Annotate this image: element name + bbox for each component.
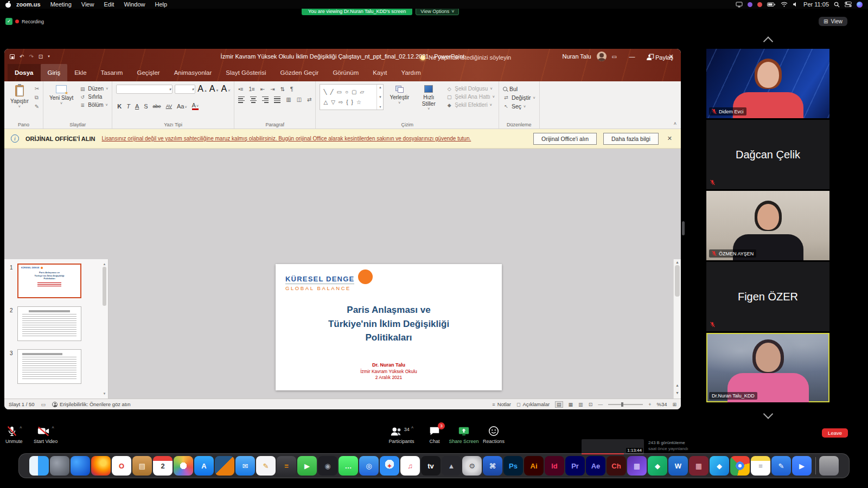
minimize-button[interactable]: — xyxy=(622,49,642,64)
slide-thumbnail-3[interactable]: 3 xyxy=(10,349,108,384)
accessibility-checker[interactable]: Erişilebilirlik: Önerilere göz atın xyxy=(52,401,130,407)
dock-icon-zoom[interactable]: ▶ xyxy=(792,456,812,476)
menubar-item-1[interactable]: Meeting xyxy=(46,1,76,8)
reset-button[interactable]: ↺Sıfırla xyxy=(79,94,108,100)
control-center-icon[interactable] xyxy=(845,2,852,7)
dock-icon-opera[interactable]: O xyxy=(112,456,131,476)
slide-thumbnail-1[interactable]: 1 KÜRESEL DENGE Paris Anlaşması veTürkiy… xyxy=(10,264,108,298)
slide[interactable]: KÜRESEL DENGE GLOBAL BALANCE Paris Anlaş… xyxy=(276,264,502,390)
record-status-icon[interactable] xyxy=(757,2,762,7)
slide-thumbnail-2[interactable]: 2 xyxy=(10,306,108,341)
menubar-item-3[interactable]: Edit xyxy=(99,1,119,8)
record-icon[interactable]: ⊡ xyxy=(39,54,43,60)
dock-icon-bridge[interactable]: ▦ xyxy=(627,456,647,476)
font-family-select[interactable]: ▾ xyxy=(116,85,173,94)
text-direction-icon[interactable]: ¶ xyxy=(290,86,293,92)
dock-icon-premiere[interactable]: Pr xyxy=(565,456,585,476)
bullet-list-icon[interactable]: •≡ xyxy=(238,86,243,92)
previous-slide-icon[interactable]: ▲ xyxy=(675,383,679,387)
siri-icon[interactable] xyxy=(857,2,863,8)
dock-icon-trash[interactable] xyxy=(819,456,839,476)
slide-sorter-view-icon[interactable]: ▦ xyxy=(569,402,573,407)
close-button[interactable]: ✕ xyxy=(661,49,681,64)
dock-icon-messages[interactable]: … xyxy=(339,456,358,476)
participant-tile-dagcan[interactable]: Dağcan Çelik Dağcan Çelik xyxy=(706,120,829,189)
quick-styles-button[interactable]: Hızlı Stiller˅ xyxy=(415,84,442,112)
shape-fill-button[interactable]: ◇Şekil Dolgusu˅ xyxy=(446,86,495,92)
dock-icon-aftereffects[interactable]: Ae xyxy=(586,456,605,476)
bold-button[interactable]: K xyxy=(117,103,122,110)
ribbon-tab-animasyonlar[interactable]: Animasyonlar xyxy=(167,64,219,81)
dock-icon-photoshop[interactable]: Ps xyxy=(503,456,523,476)
security-shield-icon[interactable]: ✓ xyxy=(5,18,12,25)
align-center-icon[interactable] xyxy=(250,97,257,103)
unmute-button[interactable]: ˄ Unmute xyxy=(5,425,23,444)
underline-button[interactable]: A xyxy=(135,103,139,110)
dock-icon-siri[interactable] xyxy=(71,456,90,476)
panel-resize-handle[interactable] xyxy=(682,221,685,235)
normal-view-icon[interactable]: ▤ xyxy=(555,401,563,408)
dock-icon-books[interactable]: ▤ xyxy=(132,456,152,476)
dock-icon-notes[interactable]: ≡ xyxy=(751,456,770,476)
ribbon-tab-gecisler[interactable]: Geçişler xyxy=(130,64,167,81)
columns-icon[interactable]: ▥ xyxy=(286,97,291,102)
align-left-icon[interactable] xyxy=(238,97,245,103)
start-video-button[interactable]: ˄ Start Video xyxy=(34,425,58,444)
dock-icon-facetime[interactable]: ▶ xyxy=(297,456,317,476)
justify-icon[interactable] xyxy=(274,97,280,103)
more-info-button[interactable]: Daha fazla bilgi xyxy=(603,133,659,145)
line-spacing-icon[interactable]: ⇅ xyxy=(280,86,285,92)
wifi-icon[interactable] xyxy=(781,2,788,7)
dock-icon-blender[interactable] xyxy=(215,456,234,476)
dock-icon-appstore[interactable]: A xyxy=(194,456,214,476)
zoom-in-icon[interactable]: + xyxy=(648,402,651,407)
arrange-button[interactable]: Yerleştir˅ xyxy=(387,84,411,106)
account-name[interactable]: Nuran Talu xyxy=(563,53,591,60)
canvas-scrollbar[interactable]: ▲ ▲▼ xyxy=(673,259,681,399)
font-color-button[interactable]: A˅ xyxy=(192,102,199,110)
menubar-clock[interactable]: Per 11:05 xyxy=(803,1,829,8)
replace-button[interactable]: ⇄Değiştir˅ xyxy=(503,94,535,101)
dock-icon-teams[interactable]: ▦ xyxy=(689,456,709,476)
dock-icon-preview[interactable]: ✎ xyxy=(771,456,791,476)
select-button[interactable]: ↖Seç˅ xyxy=(503,103,535,110)
zoom-slider-thumb[interactable] xyxy=(621,402,623,407)
participants-button[interactable]: 34˄ Participants xyxy=(382,425,420,444)
app-status-icon[interactable] xyxy=(748,2,752,7)
dock-icon-character-animator[interactable]: Ch xyxy=(607,456,626,476)
shapes-scrollbar[interactable]: ▲▼▾ xyxy=(376,85,383,110)
zoom-percentage[interactable]: %34 xyxy=(656,401,667,407)
redo-icon[interactable]: ↷ xyxy=(29,54,33,60)
new-slide-button[interactable]: Yeni Slayt˅ xyxy=(47,84,75,106)
layout-button[interactable]: ▤Düzen˅ xyxy=(79,86,108,92)
customize-toolbar-icon[interactable]: ▾ xyxy=(48,54,50,59)
section-button[interactable]: ≣Bölüm˅ xyxy=(79,102,108,108)
zoom-view-button[interactable]: ⊞ View xyxy=(819,17,847,26)
find-button[interactable]: Bul xyxy=(503,86,535,92)
font-size-select[interactable]: ▾ xyxy=(175,85,195,94)
menubar-item-2[interactable]: View xyxy=(76,1,99,8)
menubar-item-4[interactable]: Window xyxy=(119,1,150,8)
dock-icon-xcode[interactable]: ⌘ xyxy=(483,456,502,476)
paste-button[interactable]: Yapıştır˅ xyxy=(8,84,31,110)
apple-menu-icon[interactable] xyxy=(5,1,11,8)
menubar-item-0[interactable]: zoom.us xyxy=(14,1,46,8)
collapse-ribbon-icon[interactable]: ˄ xyxy=(674,121,676,126)
menubar-item-5[interactable]: Help xyxy=(150,1,173,8)
dock-icon-photos[interactable] xyxy=(174,456,193,476)
dock-icon-dictionary[interactable]: ◎ xyxy=(359,456,379,476)
dock-icon-calculator[interactable]: = xyxy=(277,456,296,476)
italic-button[interactable]: T xyxy=(126,103,130,110)
dock-icon-finder[interactable] xyxy=(29,456,49,476)
fit-to-window-icon[interactable]: ⊞ xyxy=(672,402,676,407)
ribbon-tab-gozden-gecir[interactable]: Gözden Geçir xyxy=(273,64,326,81)
dock-icon-settings[interactable]: ⚙ xyxy=(462,456,482,476)
dock-icon-calendar[interactable]: 2 xyxy=(153,456,173,476)
ribbon-tab-dosya[interactable]: Dosya xyxy=(8,64,41,81)
increase-font-button[interactable]: A▲ xyxy=(197,84,207,94)
dock-icon-sketch[interactable]: ◆ xyxy=(710,456,729,476)
zoom-out-icon[interactable]: — xyxy=(598,402,603,407)
ribbon-tab-gorunum[interactable]: Görünüm xyxy=(326,64,366,81)
notes-button[interactable]: ≡Notlar xyxy=(492,401,511,407)
participant-tile-aysen[interactable]: ÖZMEN AYŞEN ÖZMEN AYŞEN xyxy=(706,191,829,260)
